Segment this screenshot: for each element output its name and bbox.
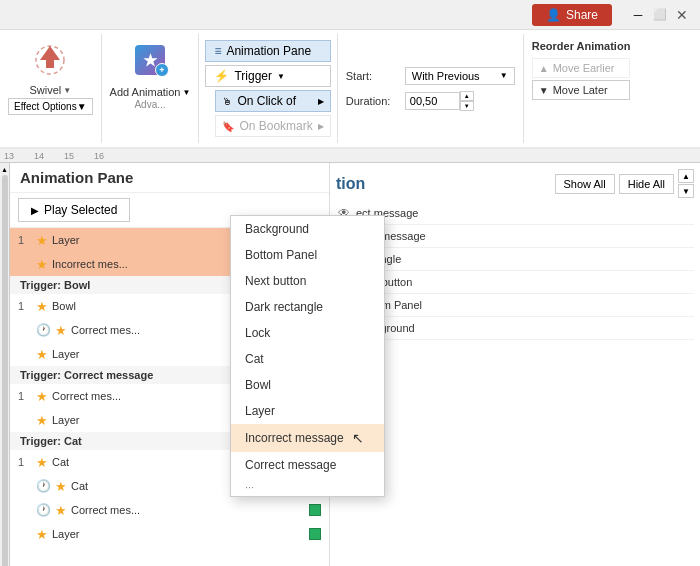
add-animation-group: ★ + Add Animation ▼ Adva...	[102, 34, 200, 143]
duration-input[interactable]	[405, 92, 460, 110]
right-panel: tion Show All Hide All ▲ ▼ 👁 ect message…	[330, 163, 700, 566]
clock-icon-2: 🕐	[36, 479, 51, 493]
restore-button[interactable]: ⬜	[650, 5, 670, 25]
left-scrollbar[interactable]: ▲ ▼	[0, 163, 10, 566]
duration-up[interactable]: ▲	[460, 91, 474, 101]
advanced-label: Adva...	[134, 99, 165, 110]
start-arrow: ▼	[500, 71, 508, 80]
menu-item-bowl[interactable]: Bowl	[231, 372, 384, 398]
cat-item-3[interactable]: 🕐 ★ Correct mes...	[10, 498, 329, 522]
add-animation-icon[interactable]: ★ +	[128, 38, 172, 82]
share-icon: 👤	[546, 8, 561, 22]
trigger-arrow: ▼	[277, 72, 285, 81]
correct-star-2: ★	[36, 413, 48, 428]
right-item-5[interactable]: 👁 Bottom Panel	[336, 294, 694, 317]
anim-pane-trigger-group: ≡ Animation Pane ⚡ Trigger ▼ 🖱 On Click …	[199, 34, 337, 143]
right-item-3[interactable]: 👁 rectangle	[336, 248, 694, 271]
ruler: 13141516	[0, 149, 700, 163]
on-click-of-item[interactable]: 🖱 On Click of ▶	[215, 90, 330, 112]
move-earlier-icon: ▲	[539, 63, 549, 74]
cat-star-4: ★	[36, 527, 48, 542]
sort-up-button[interactable]: ▲	[678, 169, 694, 183]
add-animation-arrow[interactable]: ▼	[182, 88, 190, 97]
duration-label: Duration:	[346, 95, 401, 107]
cursor-indicator: ↖	[352, 430, 364, 446]
anim-pane-icon: ≡	[214, 44, 221, 58]
right-item-4[interactable]: 👁 Next button	[336, 271, 694, 294]
timing-group: Start: With Previous ▼ Duration: ▲ ▼	[338, 34, 524, 143]
menu-item-incorrect-message[interactable]: Incorrect message ↖	[231, 424, 384, 452]
move-earlier-button[interactable]: ▲ Move Earlier	[532, 58, 631, 78]
effect-options-button[interactable]: Effect Options▼	[8, 98, 93, 115]
show-all-button[interactable]: Show All	[555, 174, 615, 194]
play-selected-button[interactable]: ▶ Play Selected	[18, 198, 130, 222]
duration-down[interactable]: ▼	[460, 101, 474, 111]
swivel-dropdown-arrow[interactable]: ▼	[63, 86, 71, 95]
move-later-icon: ▼	[539, 85, 549, 96]
reorder-title: Reorder Animation	[532, 40, 631, 52]
menu-item-layer[interactable]: Layer	[231, 398, 384, 424]
bowl-star-2: ★	[36, 347, 48, 362]
scroll-up[interactable]: ▲	[1, 165, 9, 173]
cat-star-1: ★	[36, 455, 48, 470]
cat-item-4[interactable]: ★ Layer	[10, 522, 329, 546]
add-animation-label: Add Animation	[110, 86, 181, 98]
incorrect-message-text: Incorrect message	[245, 431, 344, 445]
play-icon: ▶	[31, 205, 39, 216]
menu-item-cat[interactable]: Cat	[231, 346, 384, 372]
menu-item-background[interactable]: Background	[231, 216, 384, 242]
minimize-button[interactable]: ─	[628, 5, 648, 25]
swivel-icon[interactable]	[28, 38, 72, 82]
right-item-1[interactable]: 👁 ect message	[336, 202, 694, 225]
bowl-star-1: ★	[36, 299, 48, 314]
menu-item-bottom-panel[interactable]: Bottom Panel	[231, 242, 384, 268]
share-button[interactable]: 👤 Share	[532, 4, 612, 26]
swivel-label: Swivel	[29, 84, 61, 96]
swivel-group: Swivel ▼ Effect Options▼	[0, 34, 102, 143]
menu-item-ellipsis[interactable]: ···	[231, 478, 384, 496]
cat-star-3: ★	[55, 503, 67, 518]
right-panel-title: tion	[336, 175, 365, 193]
clock-icon-1: 🕐	[36, 323, 51, 337]
on-click-dropdown: Background Bottom Panel Next button Dark…	[230, 215, 385, 497]
on-click-arrow: ▶	[318, 97, 324, 106]
anim-pane-title: Animation Pane	[10, 163, 329, 193]
star-icon-1: ★	[36, 233, 48, 248]
on-bookmark-arrow: ▶	[318, 122, 324, 131]
close-button[interactable]: ✕	[672, 5, 692, 25]
move-later-button[interactable]: ▼ Move Later	[532, 80, 631, 100]
on-click-icon: 🖱	[222, 96, 232, 107]
cat-star-2: ★	[55, 479, 67, 494]
trigger-icon: ⚡	[214, 69, 229, 83]
bowl-star-1b: ★	[55, 323, 67, 338]
star-icon-2: ★	[36, 257, 48, 272]
reorder-group: Reorder Animation ▲ Move Earlier ▼ Move …	[524, 34, 639, 143]
start-dropdown[interactable]: With Previous ▼	[405, 67, 515, 85]
right-item-6[interactable]: 👁 Background	[336, 317, 694, 340]
hide-all-button[interactable]: Hide All	[619, 174, 674, 194]
menu-item-lock[interactable]: Lock	[231, 320, 384, 346]
trigger-button[interactable]: ⚡ Trigger ▼	[205, 65, 330, 87]
clock-icon-3: 🕐	[36, 503, 51, 517]
on-bookmark-item[interactable]: 🔖 On Bookmark ▶	[215, 115, 330, 137]
menu-item-correct-message[interactable]: Correct message	[231, 452, 384, 478]
correct-star-1: ★	[36, 389, 48, 404]
sort-down-button[interactable]: ▼	[678, 184, 694, 198]
animation-pane-button[interactable]: ≡ Animation Pane	[205, 40, 330, 62]
right-item-2[interactable]: 👁 rrect message	[336, 225, 694, 248]
start-label: Start:	[346, 70, 401, 82]
menu-item-next-button[interactable]: Next button	[231, 268, 384, 294]
menu-item-dark-rectangle[interactable]: Dark rectangle	[231, 294, 384, 320]
bookmark-icon: 🔖	[222, 121, 234, 132]
